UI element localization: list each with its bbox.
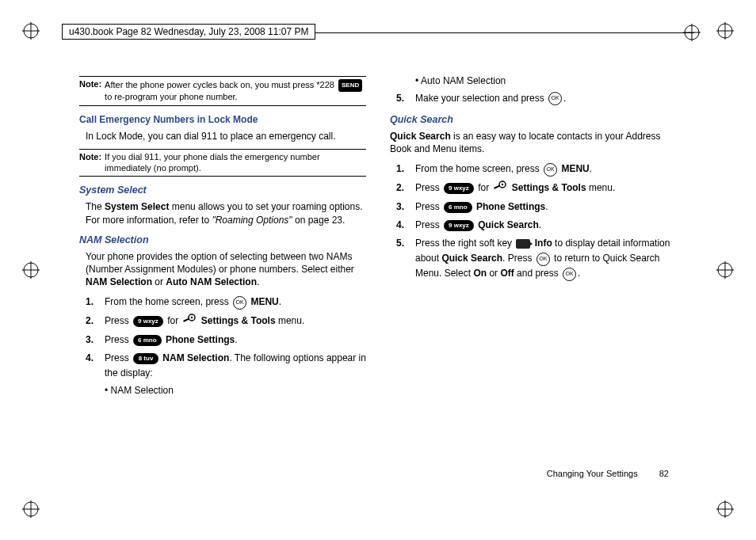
text: menu. bbox=[586, 182, 616, 193]
step-body: Press 8 tuv NAM Selection. The following… bbox=[105, 351, 366, 381]
paragraph: Quick Search is an easy way to locate co… bbox=[390, 130, 677, 155]
bold-text: NAM Selection bbox=[86, 276, 152, 287]
step-body: Press 9 wxyz for Settings & Tools menu. bbox=[415, 181, 677, 196]
step-number: 2. bbox=[396, 181, 415, 196]
heading-system-select: System Select bbox=[79, 184, 366, 196]
reg-mark-icon bbox=[716, 22, 734, 40]
text: on page 23. bbox=[292, 215, 346, 226]
heading-emergency: Call Emergency Numbers in Lock Mode bbox=[79, 114, 366, 125]
bold-text: NAM Selection bbox=[160, 352, 229, 363]
reg-mark-icon bbox=[683, 24, 701, 41]
paragraph: Your phone provides the option of select… bbox=[86, 250, 366, 289]
steps-list: 1. From the home screen, press OK MENU. … bbox=[79, 295, 366, 381]
step-item: 5. Press the right soft key Info to disp… bbox=[396, 236, 677, 282]
step-number: 3. bbox=[86, 333, 105, 348]
gear-wrench-icon bbox=[493, 181, 507, 196]
text: . bbox=[563, 93, 566, 104]
text: Press bbox=[415, 182, 442, 193]
reg-mark-icon bbox=[22, 22, 40, 40]
text: . Press bbox=[502, 253, 535, 264]
gear-wrench-icon bbox=[182, 314, 197, 329]
bullet-item: Auto NAM Selection bbox=[390, 74, 677, 88]
step-item: 1. From the home screen, press OK MENU. bbox=[396, 162, 677, 177]
note-block: Note: After the phone power cycles back … bbox=[79, 76, 366, 106]
note-block: Note: If you dial 911, your phone dials … bbox=[79, 149, 366, 177]
svg-rect-23 bbox=[183, 318, 189, 321]
text: Press bbox=[415, 201, 442, 212]
ok-key-icon: OK bbox=[536, 253, 550, 266]
step-body: Press 6 mno Phone Settings. bbox=[105, 333, 366, 348]
step-number: 3. bbox=[396, 200, 415, 215]
text: Make your selection and press bbox=[415, 93, 547, 104]
step-number: 1. bbox=[396, 162, 415, 177]
bold-text: Quick Search bbox=[475, 219, 539, 230]
bold-text: Off bbox=[500, 268, 514, 279]
paragraph: The System Select menu allows you to set… bbox=[86, 200, 366, 226]
text: for bbox=[475, 182, 492, 193]
bold-text: Quick Search bbox=[441, 253, 502, 264]
text: . bbox=[578, 268, 580, 279]
note-text: After the phone power cycles back on, yo… bbox=[105, 80, 337, 89]
paragraph: In Lock Mode, you can dial 911 to place … bbox=[86, 130, 366, 143]
note-body: After the phone power cycles back on, yo… bbox=[105, 79, 366, 103]
ok-key-icon: OK bbox=[563, 268, 576, 281]
text: Press bbox=[105, 352, 132, 363]
text: Press the right soft key bbox=[415, 238, 514, 249]
reg-mark-icon bbox=[716, 261, 734, 279]
step-item: 1. From the home screen, press OK MENU. bbox=[86, 295, 366, 310]
text: menu. bbox=[276, 315, 305, 326]
reg-mark-icon bbox=[716, 500, 734, 518]
text: . bbox=[590, 163, 592, 174]
text: . bbox=[545, 201, 548, 212]
footer-section: Changing Your Settings bbox=[547, 469, 638, 478]
right-soft-key-icon bbox=[516, 239, 530, 249]
step-item: 4. Press 9 wxyz Quick Search. bbox=[396, 218, 677, 233]
step-item: 5. Make your selection and press OK. bbox=[396, 91, 677, 106]
step-body: From the home screen, press OK MENU. bbox=[105, 295, 366, 310]
reg-mark-icon bbox=[22, 261, 40, 279]
step-body: Press 9 wxyz Quick Search. bbox=[415, 218, 677, 233]
reg-mark-icon bbox=[22, 500, 40, 518]
bold-text: Phone Settings bbox=[474, 201, 546, 212]
column-left: Note: After the phone power cycles back … bbox=[79, 71, 366, 485]
text: . bbox=[279, 296, 281, 307]
text: . bbox=[235, 334, 237, 345]
step-item: 2. Press 9 wxyz for Settings & Tools men… bbox=[396, 181, 677, 196]
step-body: Make your selection and press OK. bbox=[415, 91, 677, 106]
page-header-text: u430.book Page 82 Wednesday, July 23, 20… bbox=[69, 26, 308, 37]
heading-quick-search: Quick Search bbox=[390, 114, 677, 125]
step-item: 3. Press 6 mno Phone Settings. bbox=[396, 200, 677, 215]
bold-text: On bbox=[473, 268, 487, 279]
page-content: Note: After the phone power cycles back … bbox=[79, 71, 677, 485]
key-9-icon: 9 wxyz bbox=[444, 220, 474, 231]
text: Press bbox=[415, 219, 442, 230]
step-item: 2. Press 9 wxyz for Settings & Tools men… bbox=[86, 314, 366, 329]
bullet-item: NAM Selection bbox=[79, 384, 366, 397]
note-label: Note: bbox=[79, 152, 105, 174]
bold-text: Phone Settings bbox=[163, 334, 235, 345]
text: for bbox=[165, 315, 181, 326]
text: The bbox=[86, 201, 105, 212]
bold-text: MENU bbox=[248, 296, 279, 307]
step-number: 1. bbox=[86, 295, 105, 310]
note-body: If you dial 911, your phone dials the em… bbox=[105, 152, 366, 174]
text: Press bbox=[105, 334, 132, 345]
text: and press bbox=[514, 268, 561, 279]
steps-list: 5. Make your selection and press OK. bbox=[390, 91, 677, 106]
bold-text: Settings & Tools bbox=[198, 315, 275, 326]
bold-text: MENU bbox=[559, 163, 590, 174]
key-6-icon: 6 mno bbox=[133, 335, 162, 346]
text: or bbox=[487, 268, 500, 279]
text: or bbox=[152, 276, 166, 287]
bold-text: System Select bbox=[105, 201, 169, 212]
svg-rect-26 bbox=[494, 184, 500, 188]
text: From the home screen, press bbox=[105, 296, 231, 307]
note-label: Note: bbox=[79, 79, 105, 103]
svg-point-22 bbox=[191, 316, 193, 318]
text: . bbox=[257, 276, 259, 287]
note-text: to re-program your phone number. bbox=[105, 92, 238, 101]
column-right: Auto NAM Selection 5. Make your selectio… bbox=[390, 71, 677, 485]
step-number: 4. bbox=[396, 218, 415, 233]
bold-text: Settings & Tools bbox=[509, 182, 586, 193]
key-8-icon: 8 tuv bbox=[133, 353, 158, 364]
